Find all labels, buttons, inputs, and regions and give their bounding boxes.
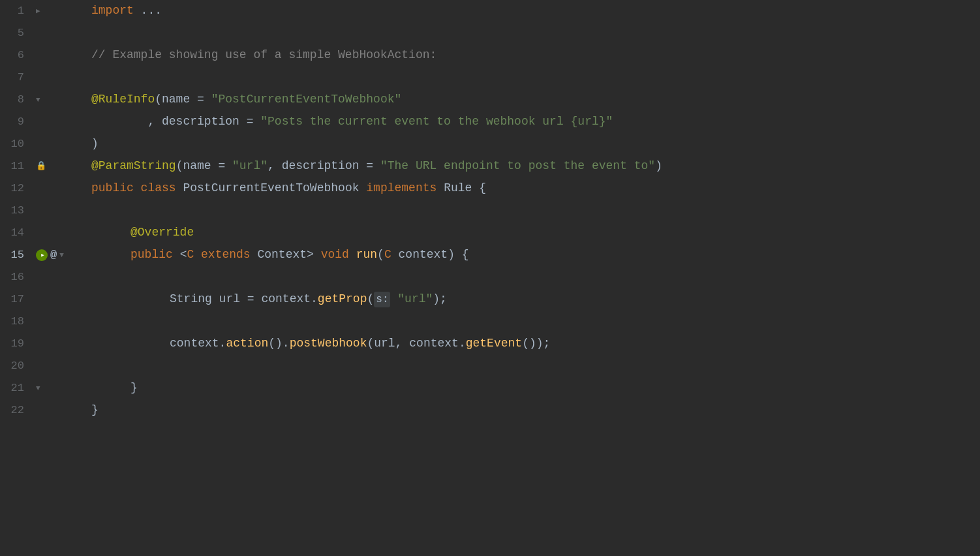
fold-icon-21[interactable] bbox=[36, 381, 40, 395]
line-number-17: 17 bbox=[0, 291, 36, 308]
gutter-icons-21 bbox=[36, 381, 69, 395]
gutter-line-16: 16 bbox=[0, 266, 85, 288]
token-override-14: @Override bbox=[130, 224, 194, 242]
line-number-16: 16 bbox=[0, 269, 36, 286]
line-number-11: 11 bbox=[0, 158, 36, 175]
token-url-11: "url" bbox=[232, 157, 268, 176]
gutter-line-5: 5 bbox=[0, 22, 85, 44]
token-postwebhook-19: postWebhook bbox=[290, 335, 367, 353]
token-close-11: ) bbox=[655, 157, 662, 176]
token-close-17: ); bbox=[433, 290, 447, 309]
token-param-hint-17: s: bbox=[374, 292, 390, 308]
gutter-line-19: 19 bbox=[0, 333, 85, 355]
token-implements-12: implements bbox=[366, 179, 444, 198]
line-number-9: 9 bbox=[0, 114, 36, 131]
token-annotation-ruleinfo: @RuleInfo bbox=[91, 91, 155, 109]
token-semi-19: ()); bbox=[522, 335, 550, 353]
line-number-21: 21 bbox=[0, 380, 36, 397]
code-line-17: String url = context.getProp(s: "url"); bbox=[85, 288, 980, 311]
line-gutter: 1 5 6 7 8 9 bbox=[0, 0, 85, 556]
line-number-12: 12 bbox=[0, 180, 36, 197]
gutter-line-21: 21 bbox=[0, 377, 85, 399]
line-number-18: 18 bbox=[0, 313, 36, 330]
line-number-8: 8 bbox=[0, 91, 36, 108]
code-line-19: context.action().postWebhook(url, contex… bbox=[85, 333, 980, 355]
gutter-line-14: 14 bbox=[0, 222, 85, 244]
line-number-19: 19 bbox=[0, 335, 36, 352]
code-line-9: , description = "Posts the current event… bbox=[85, 111, 980, 133]
token-comment-6: // Example showing use of a simple WebHo… bbox=[91, 46, 436, 65]
code-line-12: public class PostCurrentEventToWebhook i… bbox=[85, 178, 980, 200]
gutter-line-11: 11 🔒 bbox=[0, 155, 85, 178]
token-close-brace-21: } bbox=[130, 379, 138, 397]
code-line-11: @ParamString(name = "url", description =… bbox=[85, 155, 980, 178]
gutter-line-9: 9 bbox=[0, 111, 85, 133]
code-line-14: @Override bbox=[85, 222, 980, 244]
gutter-line-12: 12 bbox=[0, 178, 85, 200]
token-string-url-17: String url = context. bbox=[170, 290, 318, 309]
gutter-line-8: 8 bbox=[0, 89, 85, 111]
token-close-paren-10: ) bbox=[91, 135, 99, 153]
line-number-7: 7 bbox=[0, 69, 36, 86]
token-string-desc-9: "Posts the current event to the webhook … bbox=[260, 113, 613, 131]
token-paren-8: (name = bbox=[155, 91, 211, 109]
code-editor: 1 5 6 7 8 9 bbox=[0, 0, 980, 556]
token-desc-9: , description = bbox=[91, 113, 260, 131]
code-line-21: } bbox=[85, 377, 980, 399]
token-dot-19: (). bbox=[268, 335, 289, 353]
line-number-1: 1 bbox=[0, 3, 36, 20]
token-public-15: public bbox=[130, 246, 180, 264]
line-number-5: 5 bbox=[0, 25, 36, 42]
code-line-13 bbox=[85, 200, 980, 222]
token-open-paren-15: ( bbox=[377, 246, 384, 264]
token-import: import bbox=[91, 2, 134, 20]
code-line-15: public <C extends Context> void run(C co… bbox=[85, 244, 980, 266]
code-line-1: import ... bbox=[85, 0, 980, 22]
token-string-name-8: "PostCurrentEventToWebhook" bbox=[211, 91, 402, 109]
line-number-20: 20 bbox=[0, 358, 36, 375]
gutter-icons-11: 🔒 bbox=[36, 160, 69, 173]
lock-icon-11: 🔒 bbox=[36, 160, 46, 173]
line-number-15: 15 bbox=[0, 247, 36, 264]
token-c-15: C bbox=[187, 246, 201, 264]
gutter-line-18: 18 bbox=[0, 311, 85, 333]
code-line-16 bbox=[85, 266, 980, 288]
line-number-13: 13 bbox=[0, 202, 36, 219]
token-void-15: void bbox=[321, 246, 356, 264]
token-space-17 bbox=[390, 290, 397, 309]
gutter-line-13: 13 bbox=[0, 200, 85, 222]
at-icon-15: @ bbox=[50, 247, 57, 264]
code-line-7 bbox=[85, 67, 980, 89]
code-line-20 bbox=[85, 355, 980, 377]
token-classname-12: PostCurrentEventToWebhook bbox=[183, 179, 366, 198]
token-open-17: ( bbox=[367, 290, 374, 309]
gutter-line-1: 1 bbox=[0, 0, 85, 22]
code-line-10: ) bbox=[85, 133, 980, 155]
code-line-5 bbox=[85, 22, 980, 44]
token-comma-11: , description = bbox=[268, 157, 380, 176]
gutter-icons-1 bbox=[36, 4, 69, 18]
token-getevent-19: getEvent bbox=[466, 335, 522, 353]
token-context-15: Context> bbox=[257, 246, 320, 264]
run-icon-15[interactable] bbox=[36, 249, 48, 261]
line-number-10: 10 bbox=[0, 136, 36, 153]
fold-icon-8[interactable] bbox=[36, 93, 40, 107]
gutter-line-6: 6 bbox=[0, 44, 85, 67]
token-action-19: action bbox=[226, 335, 268, 353]
gutter-line-22: 22 bbox=[0, 399, 85, 422]
fold-icon-15[interactable] bbox=[59, 248, 64, 262]
token-args-19: (url, context. bbox=[367, 335, 465, 353]
fold-icon-1[interactable] bbox=[36, 4, 40, 18]
gutter-icons-8 bbox=[36, 93, 69, 107]
code-content: import ... // Example showing use of a s… bbox=[85, 0, 980, 556]
gutter-line-20: 20 bbox=[0, 355, 85, 377]
token-url-val-17: "url" bbox=[397, 290, 433, 309]
code-line-6: // Example showing use of a simple WebHo… bbox=[85, 44, 980, 67]
gutter-icons-15: @ bbox=[36, 247, 69, 264]
code-line-18 bbox=[85, 311, 980, 333]
token-c2-15: C bbox=[384, 246, 399, 264]
token-close-class-22: } bbox=[91, 401, 99, 420]
line-number-14: 14 bbox=[0, 224, 36, 241]
gutter-line-15: 15 @ bbox=[0, 244, 85, 266]
token-extends-15: extends bbox=[201, 246, 257, 264]
